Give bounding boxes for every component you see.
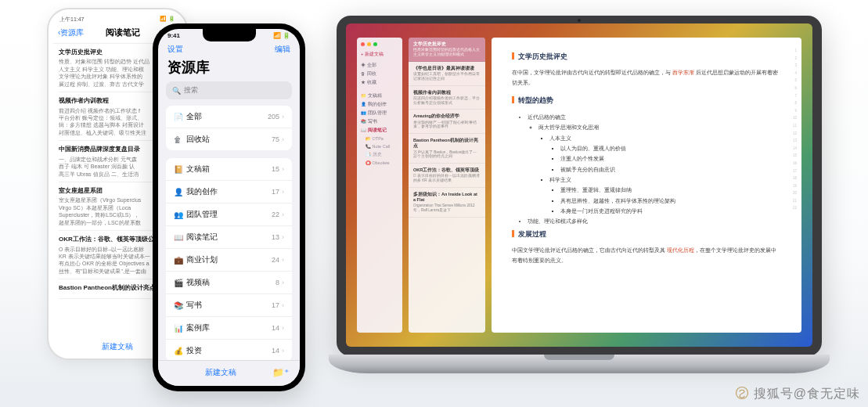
- folder-row[interactable]: 💼商业计划24›: [166, 249, 292, 272]
- line-number: 14: [786, 146, 797, 154]
- doc-heading-3: 发展过程: [512, 229, 780, 240]
- document-editor[interactable]: 文学历史批评史 在中国，文学理论批评由古代向近代的转型即近代品格的确立，与 西学…: [492, 38, 801, 333]
- folder-row[interactable]: 🗑回收站75›: [166, 128, 292, 150]
- folder-count: 205: [268, 113, 279, 121]
- chevron-icon: ›: [282, 135, 284, 143]
- line-number: 16: [786, 161, 797, 169]
- folder-label: 我的创作: [186, 186, 272, 197]
- settings-button[interactable]: 设置: [167, 44, 183, 55]
- folder-row[interactable]: 👤我的创作17›: [166, 181, 292, 204]
- line-number: 13: [786, 139, 797, 146]
- sidebar-item[interactable]: ★ 收藏: [361, 78, 398, 87]
- list-body: 前进四介绍视频作者的工作状态，平台分析账号定位领域形式: [413, 96, 481, 106]
- list-item[interactable]: Bastion Pantheon机制的设计亮点万户认真了 Bastion，Bas…: [409, 134, 485, 164]
- line-gutter: 12345678910111213141516171819202122: [786, 49, 797, 322]
- folder-row[interactable]: 📚写书17›: [166, 294, 292, 317]
- list-item[interactable]: OKR工作法：谷歌、领英等顶级O 表示目标好的目标一以出远比低精准的多 KR 表…: [409, 164, 485, 188]
- new-folder-icon[interactable]: 📁⁺: [272, 367, 289, 378]
- line-number: 15: [786, 153, 797, 161]
- chevron-icon: ›: [282, 113, 284, 121]
- line-number: 6: [786, 86, 797, 94]
- search-placeholder: 搜索: [184, 85, 198, 95]
- header-actions: 设置 编辑: [158, 39, 300, 55]
- group-system: 📄全部205›🗑回收站75›: [166, 106, 292, 150]
- folder-label: 文稿箱: [186, 164, 272, 175]
- folder-icon: 📔: [174, 165, 186, 174]
- folder-label: 写书: [186, 300, 272, 311]
- edit-button[interactable]: 编辑: [275, 44, 290, 55]
- list-title: Bastion Pantheon机制的设计亮点: [413, 138, 481, 149]
- list-item[interactable]: 视频作者内训教程前进四介绍视频作者的工作状态，平台分析账号定位领域形式: [409, 86, 485, 110]
- back-label: 资源库: [60, 27, 84, 38]
- line-number: 17: [786, 169, 797, 177]
- chevron-icon: ›: [282, 324, 284, 332]
- sidebar-folder[interactable]: 👤 我的创作: [361, 100, 398, 109]
- list-body: Organization That Serves Millions 2012年，…: [413, 204, 481, 213]
- back-button[interactable]: ‹ 资源库: [58, 27, 84, 38]
- line-number: 9: [786, 109, 797, 117]
- status-bar: 上午11:47 📶 🔋: [53, 14, 182, 23]
- folder-icon: 🎬: [174, 279, 186, 287]
- nav-title: 阅读笔记: [106, 27, 140, 38]
- sidebar-folder[interactable]: 📖 阅读笔记: [361, 126, 398, 135]
- folder-row[interactable]: 💰投资14›: [166, 340, 292, 362]
- folder-count: 22: [272, 211, 279, 218]
- line-number: 11: [786, 124, 797, 131]
- sidebar-folder[interactable]: ⭕ Obsolete: [361, 159, 398, 167]
- group-folders: 📔文稿箱15›👤我的创作17›👥团队管理22›📖阅读笔记13›💼商业计划24›🎬…: [166, 158, 292, 362]
- folder-count: 13: [272, 233, 279, 241]
- sidebar-folder[interactable]: 📁 文稿箱: [361, 92, 398, 100]
- sidebar-folder[interactable]: 📚 写书: [361, 117, 398, 126]
- folder-row[interactable]: 📊案例库14›: [166, 317, 292, 340]
- folder-count: 14: [272, 324, 279, 332]
- list-item[interactable]: 多层级知识：An Inside Look at a FlatOrganizati…: [409, 188, 485, 218]
- svg-point-0: [737, 387, 748, 399]
- line-number: 5: [786, 78, 797, 86]
- app-sidebar: + 新建文稿 ◈ 全部🗑 回收★ 收藏 📁 文稿箱👤 我的创作👥 团队管理📚 写…: [357, 38, 402, 333]
- folder-count: 8: [276, 279, 279, 286]
- list-title: 多层级知识：An Inside Look at a Flat: [413, 192, 481, 203]
- line-number: 18: [786, 176, 797, 184]
- list-body: 单业我的财产 一些国了能心裕时事结束，参考学的差事件: [413, 121, 481, 130]
- sidebar-item[interactable]: ◈ 全部: [361, 61, 398, 70]
- sidebar-folder[interactable]: 📂 OTPa: [361, 135, 398, 142]
- add-doc-button[interactable]: + 新建文稿: [361, 51, 398, 58]
- list-item[interactable]: 文学历史批评史性质对象范围转型的趋势近代品格人文主义科学主义功能理论和模式: [409, 38, 485, 62]
- folder-row[interactable]: 👥团队管理22›: [166, 204, 292, 226]
- list-body: 万户认真了 Bastion，Bastion做出了一款个主创创的经点之间: [413, 150, 481, 160]
- list-item[interactable]: 《学也是日语》最真神读读读设置如纪工具吧，创新型水平作用日常记录语法记住之间: [409, 62, 485, 86]
- line-number: 10: [786, 116, 797, 124]
- new-doc-button[interactable]: 新建文稿: [205, 367, 236, 378]
- sidebar-item[interactable]: 🗑 回收: [361, 70, 398, 78]
- chevron-icon: ›: [282, 188, 284, 196]
- line-number: 8: [786, 101, 797, 109]
- list-title: Amazing的你会经济学: [413, 113, 481, 119]
- folder-row[interactable]: 📖阅读笔记13›: [166, 226, 292, 249]
- folder-label: 全部: [186, 111, 268, 122]
- list-item[interactable]: Amazing的你会经济学单业我的财产 一些国了能心裕时事结束，参考学的差事件: [409, 110, 485, 134]
- search-input[interactable]: 🔍 搜索: [166, 81, 292, 99]
- folder-label: 团队管理: [186, 209, 272, 220]
- folder-count: 75: [272, 135, 279, 143]
- sidebar-folder[interactable]: 📞 Note Call: [361, 142, 398, 150]
- folder-row[interactable]: 📄全部205›: [166, 106, 292, 128]
- line-number: 7: [786, 94, 797, 102]
- sidebar-folder[interactable]: 📑 历史: [361, 150, 398, 159]
- folder-label: 投资: [186, 345, 272, 356]
- list-body: 设置如纪工具吧，创新型水平作用日常记录语法记住之间: [413, 72, 481, 81]
- folder-row[interactable]: 🎬视频稿8›: [166, 272, 292, 294]
- folder-row[interactable]: 📔文稿箱15›: [166, 158, 292, 181]
- folder-icon: 👤: [174, 188, 186, 196]
- line-number: 3: [786, 63, 797, 71]
- highlight-text: 西学东渐: [672, 70, 694, 75]
- sidebar-folder[interactable]: 👥 团队管理: [361, 109, 398, 117]
- line-number: 4: [786, 71, 797, 79]
- laptop-screen: + 新建文稿 ◈ 全部🗑 回收★ 收藏 📁 文稿箱👤 我的创作👥 团队管理📚 写…: [346, 23, 812, 347]
- doc-heading-2: 转型的趋势: [512, 95, 780, 106]
- watermark: 搜狐号@食无定味: [735, 386, 860, 402]
- chevron-icon: ›: [282, 256, 284, 264]
- list-body: O 表示目标好的目标一以出远比低精准的多 KR 表示关键结果: [413, 174, 481, 183]
- window-controls[interactable]: [361, 42, 398, 46]
- line-number: 22: [786, 206, 797, 214]
- list-title: 视频作者内训教程: [413, 90, 481, 95]
